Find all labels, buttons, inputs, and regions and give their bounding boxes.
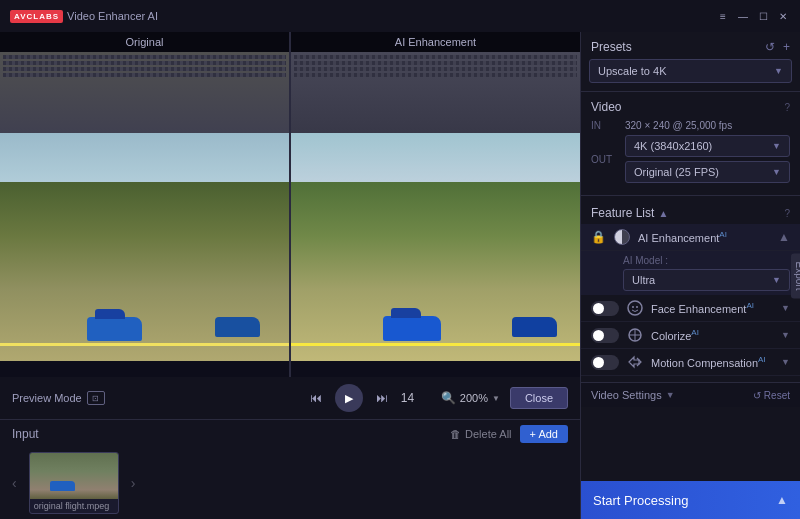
sky-original <box>0 133 289 182</box>
enhanced-scene <box>291 52 580 377</box>
add-file-button[interactable]: + Add <box>520 425 568 443</box>
video-settings-label: Video Settings ▼ <box>591 389 675 401</box>
colorize-toggle[interactable] <box>591 328 619 343</box>
menu-button[interactable]: ≡ <box>716 9 730 23</box>
feature-colorize: ColorizeAI ▼ <box>581 322 800 349</box>
title-bar: AVCLABS Video Enhancer AI ≡ — ☐ ✕ <box>0 0 800 32</box>
feature-list-title: Feature List ▲ <box>591 206 668 220</box>
preset-selected-value: Upscale to 4K <box>598 65 666 77</box>
ai-model-row: AI Model : Ultra ▼ <box>581 251 800 295</box>
presets-icons: ↺ + <box>765 40 790 54</box>
face-enhancement-expand[interactable]: ▼ <box>781 303 790 313</box>
ai-enhancement-name: AI EnhancementAI <box>638 230 772 244</box>
file-thumbnail[interactable]: original flight.mpeg <box>29 452 119 514</box>
grandstand-original <box>0 52 289 133</box>
video-in-row: IN 320 × 240 @ 25,000 fps <box>591 120 790 131</box>
close-preview-button[interactable]: Close <box>510 387 568 409</box>
minimize-button[interactable]: — <box>736 9 750 23</box>
zoom-value: 200% <box>460 392 488 404</box>
play-button[interactable]: ▶ <box>335 384 363 412</box>
input-label: Input <box>12 427 39 441</box>
lock-icon: 🔒 <box>591 230 606 244</box>
right-panel: Presets ↺ + Upscale to 4K ▼ Video ? IN <box>580 32 800 519</box>
feature-help-icon[interactable]: ? <box>784 208 790 219</box>
frame-number: 14 <box>401 391 421 405</box>
video-info-section: Video ? IN 320 × 240 @ 25,000 fps OUT 4K… <box>581 94 800 193</box>
video-resolution-value: 4K (3840x2160) <box>634 140 712 152</box>
preview-mode: Preview Mode ⊡ <box>12 391 105 405</box>
original-scene <box>0 52 289 377</box>
feature-motion-compensation: Motion CompensationAI ▼ <box>581 349 800 376</box>
preview-mode-text: Preview Mode <box>12 392 82 404</box>
colorize-name: ColorizeAI <box>651 328 775 342</box>
video-settings-expand-icon[interactable]: ▼ <box>666 390 675 400</box>
presets-dropdown[interactable]: Upscale to 4K ▼ <box>589 59 792 83</box>
svg-point-2 <box>636 306 638 308</box>
motion-compensation-expand[interactable]: ▼ <box>781 357 790 367</box>
original-pane: Original <box>0 32 289 377</box>
video-help-icon[interactable]: ? <box>784 102 790 113</box>
track-original <box>0 182 289 361</box>
close-button[interactable]: ✕ <box>776 9 790 23</box>
video-section-header: Video ? <box>591 100 790 114</box>
files-nav-prev[interactable]: ‹ <box>8 471 21 495</box>
presets-add-button[interactable]: + <box>783 40 790 54</box>
title-bar-controls: ≡ — ☐ ✕ <box>716 9 790 23</box>
colorize-icon <box>625 327 645 343</box>
colorize-expand[interactable]: ▼ <box>781 330 790 340</box>
preview-controls: Preview Mode ⊡ ⏮ ▶ ⏭ 14 🔍 200% ▼ Close <box>0 377 580 419</box>
video-title: Video <box>591 100 621 114</box>
presets-dropdown-arrow: ▼ <box>774 66 783 76</box>
presets-reset-button[interactable]: ↺ <box>765 40 775 54</box>
presets-title: Presets <box>591 40 632 54</box>
ai-model-label: AI Model : <box>623 255 790 266</box>
motion-compensation-toggle[interactable] <box>591 355 619 370</box>
enhanced-frame <box>291 52 580 377</box>
original-frame <box>0 52 289 377</box>
zoom-icon: 🔍 <box>441 391 456 405</box>
video-resolution-dropdown[interactable]: 4K (3840x2160) ▼ <box>625 135 790 157</box>
video-out-row: OUT 4K (3840x2160) ▼ Original (25 FPS) ▼ <box>591 135 790 183</box>
thumb-car <box>50 481 75 491</box>
zoom-arrow-icon[interactable]: ▼ <box>492 394 500 403</box>
video-fps-dropdown[interactable]: Original (25 FPS) ▼ <box>625 161 790 183</box>
start-processing-label: Start Processing <box>593 493 688 508</box>
face-enhancement-toggle[interactable] <box>591 301 619 316</box>
transport-controls: ⏮ ▶ ⏭ 14 <box>305 384 421 412</box>
fps-arrow-icon: ▼ <box>772 167 781 177</box>
divider-2 <box>581 195 800 196</box>
input-section: Input 🗑 Delete All + Add ‹ original flig… <box>0 419 580 519</box>
skip-forward-button[interactable]: ⏭ <box>371 387 393 409</box>
main-content: Original <box>0 32 800 519</box>
input-actions: 🗑 Delete All + Add <box>450 425 568 443</box>
enhanced-pane: AI Enhancement <box>291 32 580 377</box>
video-in-label: IN <box>591 120 619 131</box>
face-enhancement-name: Face EnhancementAI <box>651 301 775 315</box>
video-preview: Original <box>0 32 580 377</box>
export-tab[interactable]: Export <box>791 253 800 298</box>
skip-back-button[interactable]: ⏮ <box>305 387 327 409</box>
reset-button[interactable]: ↺ Reset <box>753 390 790 401</box>
trash-icon: 🗑 <box>450 428 461 440</box>
files-nav-next[interactable]: › <box>127 471 140 495</box>
grandstand-enhanced <box>291 52 580 133</box>
app-title: Video Enhancer AI <box>67 10 158 22</box>
maximize-button[interactable]: ☐ <box>756 9 770 23</box>
input-header: Input 🗑 Delete All + Add <box>0 420 580 448</box>
ai-model-dropdown[interactable]: Ultra ▼ <box>623 269 790 291</box>
preview-mode-icon[interactable]: ⊡ <box>87 391 105 405</box>
motion-compensation-name: Motion CompensationAI <box>651 355 775 369</box>
divider-1 <box>581 91 800 92</box>
video-fps-value: Original (25 FPS) <box>634 166 719 178</box>
app-logo: AVCLABS Video Enhancer AI <box>10 10 158 23</box>
thumbnail-image <box>30 453 118 499</box>
start-processing-button[interactable]: Start Processing ▲ <box>581 481 800 519</box>
file-name: original flight.mpeg <box>30 499 118 513</box>
ai-enhancement-icon <box>612 229 632 245</box>
right-scroll: Presets ↺ + Upscale to 4K ▼ Video ? IN <box>581 32 800 481</box>
ai-model-arrow-icon: ▼ <box>772 275 781 285</box>
feature-list-collapse-icon[interactable]: ▲ <box>658 208 668 219</box>
ai-enhancement-collapse[interactable]: ▲ <box>778 230 790 244</box>
delete-all-button[interactable]: 🗑 Delete All <box>450 428 511 440</box>
feature-ai-enhancement: 🔒 AI EnhancementAI ▲ <box>581 224 800 251</box>
